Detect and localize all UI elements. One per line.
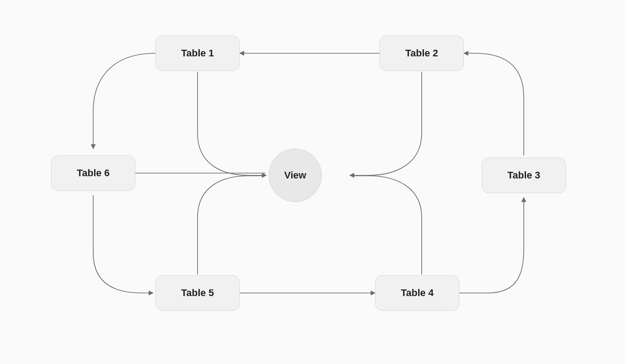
node-label: View [284,170,306,181]
node-label: Table 6 [77,167,110,179]
node-table-6: Table 6 [51,155,135,191]
node-label: Table 2 [405,47,438,59]
node-table-3: Table 3 [482,158,566,193]
node-label: Table 1 [181,47,214,59]
node-view: View [269,149,322,202]
node-label: Table 3 [507,170,540,181]
node-table-5: Table 5 [155,275,240,311]
diagram-canvas: Table 1 Table 2 Table 3 Table 4 Table 5 … [0,0,625,364]
node-label: Table 4 [401,287,434,299]
node-table-4: Table 4 [375,275,459,311]
node-label: Table 5 [181,287,214,299]
node-table-1: Table 1 [155,36,240,71]
node-table-2: Table 2 [380,36,464,71]
